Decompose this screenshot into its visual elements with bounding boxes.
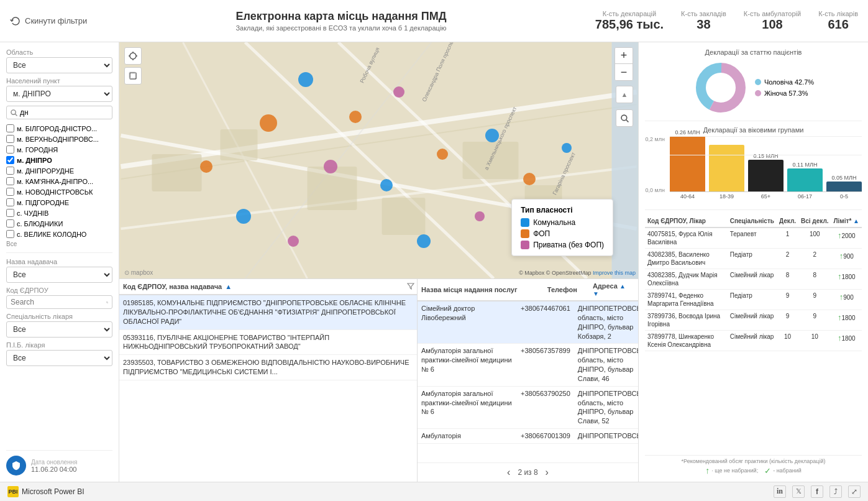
city-list-item[interactable]: м. КАМ'ЯНКА-ДНІПРО...: [6, 176, 112, 186]
table-row[interactable]: 01985185, КОМУНАЛЬНЕ ПІДПРИЄМСТВО "ДНІПР…: [119, 295, 417, 329]
city-list-item[interactable]: м. ВЕРХНЬОДНІПРОВС...: [6, 134, 112, 144]
city-select[interactable]: м. ДНІПРО: [6, 86, 112, 102]
edrpou-search-box[interactable]: [6, 295, 112, 309]
provider-table: Код ЄДРПОУ, назва надавача ▲: [119, 279, 417, 295]
bar-label-06-17: 06-17: [787, 193, 823, 200]
divider-3: [645, 209, 862, 210]
map-dot-1[interactable]: [298, 72, 313, 87]
bar-label-18-39: 18-39: [709, 193, 744, 200]
filter-icon[interactable]: [407, 282, 414, 290]
center-panel: Робоча вулиця Олександра Поля проспект а…: [119, 42, 638, 482]
table-row[interactable]: 05393116, ПУБЛІЧНЕ АКЦІОНЕРНЕ ТОВАРИСТВО…: [119, 329, 417, 355]
improve-map-link[interactable]: Improve this map: [593, 270, 636, 276]
map-dot-12[interactable]: [288, 236, 299, 247]
donut-section: Декларації за статтю пацієнтів Чол: [645, 48, 862, 116]
city-checkbox[interactable]: [6, 124, 14, 132]
reset-filters-button[interactable]: Скинути фільтри: [10, 16, 87, 27]
city-filter: Населений пункт м. ДНІПРО: [6, 77, 112, 102]
city-list-item[interactable]: м. ПІДГОРОДНЕ: [6, 197, 112, 208]
divider: [6, 252, 112, 253]
map-search-button[interactable]: [616, 109, 633, 127]
map-dot-5[interactable]: [324, 160, 337, 173]
map-dot-13[interactable]: [200, 160, 212, 173]
city-list-item[interactable]: м. НОВОДНІСТРОВСЬК: [6, 186, 112, 197]
map-dot-11[interactable]: [236, 209, 251, 224]
city-list-item[interactable]: с. БЛЮДНИКИ: [6, 218, 112, 229]
table-row[interactable]: Амбулаторія загальної практики-сімейної …: [418, 386, 638, 428]
city-checkbox[interactable]: [6, 209, 14, 217]
fullscreen-button[interactable]: ⤢: [848, 485, 861, 498]
city-search-input[interactable]: [20, 108, 108, 117]
map-dot-2[interactable]: [260, 114, 277, 132]
doctor-select[interactable]: Все: [6, 350, 112, 366]
svg-rect-14: [152, 154, 202, 191]
doctor-row[interactable]: 37899736, Воєвода Ірина Ігорівна Сімейни…: [645, 310, 862, 331]
provider-table-header-code: Код ЄДРПОУ, назва надавача ▲: [119, 279, 404, 295]
doctor-row[interactable]: 43082385, Василенко Дмитро Васильович Пе…: [645, 249, 862, 269]
arrow-up-icon: ↑: [839, 292, 844, 301]
next-page-button[interactable]: ›: [543, 467, 551, 478]
facebook-button[interactable]: f: [811, 485, 823, 498]
city-list-item[interactable]: с. ВЕЛИКЕ КОЛОДНО: [6, 229, 112, 239]
zoom-out-button[interactable]: −: [615, 64, 633, 80]
sort-icon[interactable]: ▲: [225, 283, 232, 290]
map-dot-7[interactable]: [437, 149, 448, 160]
svg-point-21: [130, 53, 136, 59]
edrpou-filter: Код ЄДРПОУ: [6, 287, 112, 309]
prev-page-button[interactable]: ‹: [505, 467, 513, 478]
table-row[interactable]: 23935503, ТОВАРИСТВО З ОБМЕЖЕНОЮ ВІДПОВІ…: [119, 355, 417, 380]
specialty-select[interactable]: Все: [6, 321, 112, 338]
city-checkbox[interactable]: [6, 177, 14, 185]
doctor-row[interactable]: 37899741, Феденко Маргарита Геннадіївна …: [645, 290, 862, 310]
bar-label-40-64: 40-64: [670, 193, 705, 200]
map-dot-15[interactable]: [562, 143, 572, 153]
table-row[interactable]: Сімейний доктор Лівобережний +3806744670…: [418, 301, 638, 344]
main-layout: Область Все Населений пункт м. ДНІПРО м.…: [0, 42, 868, 482]
edrpou-search-input[interactable]: [11, 298, 104, 306]
map-layers-button[interactable]: [124, 67, 142, 85]
share-button[interactable]: ⤴: [829, 485, 842, 498]
map-dot-8[interactable]: [485, 129, 499, 142]
city-checkbox[interactable]: [6, 167, 14, 175]
kpi-ambulatories: К-сть амбулаторій 108: [744, 10, 801, 32]
map-dot-3[interactable]: [349, 111, 362, 123]
map-nav-button[interactable]: [124, 47, 142, 65]
city-list-item[interactable]: м. ГОРОДНЯ: [6, 144, 112, 155]
sort-arrow-down[interactable]: ▼: [593, 290, 599, 297]
city-list-item[interactable]: м. ДНІПРО: [6, 155, 112, 165]
svg-line-3: [107, 303, 108, 303]
city-list-more[interactable]: Все: [6, 239, 112, 247]
city-checkbox[interactable]: [6, 198, 14, 206]
map-dot-10[interactable]: [523, 173, 536, 185]
map-dot-4[interactable]: [393, 86, 404, 98]
provider-select[interactable]: Все: [6, 267, 112, 283]
linkedin-button[interactable]: in: [774, 485, 786, 498]
twitter-button[interactable]: 𝕏: [792, 485, 805, 498]
sort-up-icon[interactable]: ▲: [853, 218, 859, 224]
sort-arrow-up[interactable]: ▲: [619, 283, 626, 290]
city-checkbox[interactable]: [6, 188, 14, 196]
compass-button[interactable]: ▲: [616, 86, 633, 103]
table-row[interactable]: Амбулаторія +380667001309 ДНІПРОПЕТРОВСЬ…: [418, 429, 638, 444]
date-info: Дата оновлення 11.06.20 04:00: [31, 459, 78, 473]
city-checkbox[interactable]: [6, 230, 14, 238]
city-checkbox[interactable]: [6, 135, 14, 143]
city-list-item[interactable]: м. БІЛГОРОД-ДНІСТРО...: [6, 123, 112, 134]
city-search-box[interactable]: [6, 106, 112, 119]
table-row[interactable]: Амбулаторія загальної практики-сімейної …: [418, 344, 638, 386]
oblast-select[interactable]: Все: [6, 57, 112, 73]
doctor-row[interactable]: 37899778, Шинкаренко Ксенія Олександрівн…: [645, 331, 862, 351]
doctor-row[interactable]: 43082385, Дудчик Марія Олексіївна Сімейн…: [645, 269, 862, 290]
city-list-item[interactable]: м. ДНІПРОРУДНЕ: [6, 165, 112, 176]
map-dot-9[interactable]: [475, 211, 485, 221]
city-list-item[interactable]: с. ЧУДНІВ: [6, 208, 112, 218]
map-dot-14[interactable]: [417, 234, 431, 248]
zoom-in-button[interactable]: +: [615, 48, 633, 64]
kpi-doctors-label: К-сть лікарів: [818, 10, 858, 17]
city-checkbox[interactable]: [6, 145, 14, 154]
doctor-row[interactable]: 40075815, Фурса Юлія Василівна Терапевт …: [645, 228, 862, 249]
city-checkbox[interactable]: [6, 219, 14, 228]
arrow-up-icon: ↑: [838, 313, 842, 322]
city-checkbox-dnipro[interactable]: [6, 156, 14, 164]
map-dot-6[interactable]: [380, 179, 393, 191]
